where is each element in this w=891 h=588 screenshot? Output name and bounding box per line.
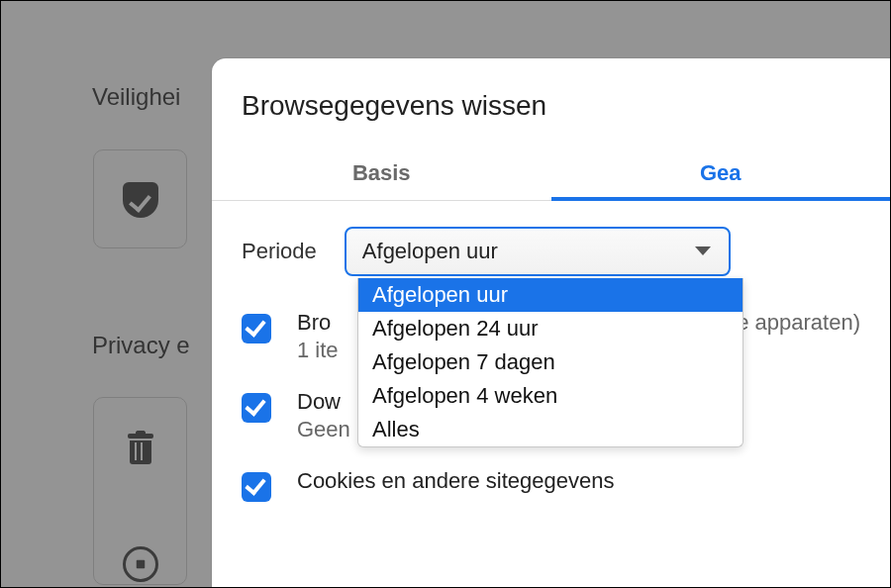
checkbox-cookies[interactable] [242, 472, 271, 502]
row-browsing-history-title: Bro [297, 310, 339, 336]
row-download-history-sub: Geen [297, 417, 350, 442]
dialog-title: Browsegegevens wissen [212, 58, 890, 146]
period-option-all[interactable]: Alles [358, 413, 742, 446]
row-download-history-title: Dow [297, 389, 350, 415]
tab-basic[interactable]: Basis [212, 146, 551, 200]
period-select[interactable]: Afgelopen uur [345, 227, 731, 276]
clear-browsing-data-dialog: Browsegegevens wissen Basis Gea Periode … [212, 58, 890, 587]
row-browsing-history-sub-right: e apparaten) [737, 310, 860, 336]
period-option-hour[interactable]: Afgelopen uur [358, 278, 742, 312]
tab-advanced[interactable]: Gea [551, 146, 891, 200]
period-label: Periode [242, 239, 317, 264]
checkbox-browsing-history[interactable] [242, 314, 271, 343]
row-cookies-title: Cookies en andere sitegegevens [297, 468, 614, 494]
row-browsing-history-sub-left: 1 ite [297, 338, 339, 363]
period-option-4weeks[interactable]: Afgelopen 4 weken [358, 379, 742, 413]
tab-strip: Basis Gea [212, 146, 890, 201]
period-dropdown: Afgelopen uur Afgelopen 24 uur Afgelopen… [357, 278, 743, 447]
period-option-24h[interactable]: Afgelopen 24 uur [358, 312, 742, 345]
chevron-down-icon [695, 246, 711, 255]
checkbox-download-history[interactable] [242, 393, 271, 423]
period-option-7days[interactable]: Afgelopen 7 dagen [358, 345, 742, 379]
period-select-value: Afgelopen uur [362, 239, 498, 264]
